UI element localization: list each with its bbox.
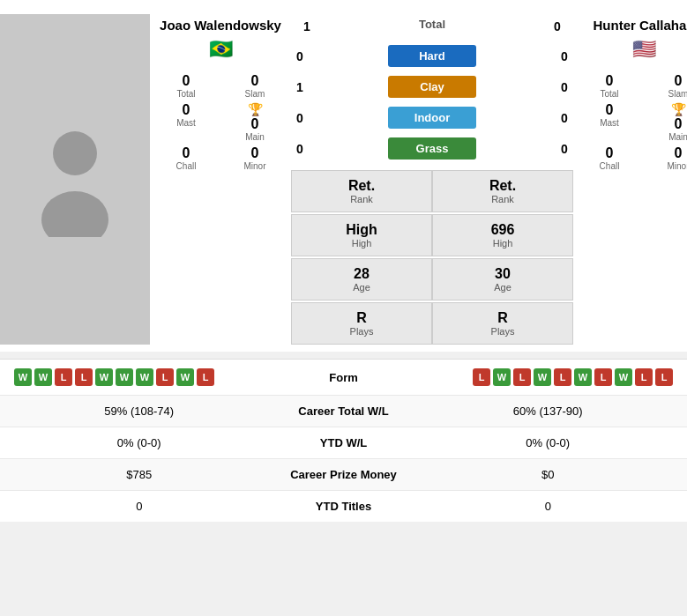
player2-slam-label: Slam [668, 89, 687, 99]
surface-btn-clay: Clay [388, 76, 476, 98]
surface-row-hard: 0 Hard 0 [291, 41, 573, 71]
player1-age-value: 28 [354, 266, 370, 282]
career-stat-left-2: $785 [14, 468, 265, 481]
player2-rank-label: Rank [491, 194, 514, 204]
player2-total-block: 0 Total [580, 73, 638, 99]
player2-mast-block: 0 Mast [580, 102, 638, 142]
player2-rank-box: Ret. Rank [432, 170, 573, 212]
player2-plays-box: R Plays [432, 302, 573, 345]
player2-age-value: 30 [495, 266, 511, 282]
player1-info: Joao Walendowsky 🇧🇷 0 Total 0 Slam 0 Mas… [150, 14, 291, 345]
surface-score-left-0: 0 [291, 49, 309, 63]
player2-minor-value: 0 [675, 145, 683, 161]
player2-total-value: 0 [606, 73, 614, 89]
career-stat-label-1: YTD W/L [265, 436, 423, 449]
player2-form-badge-3: W [534, 368, 551, 386]
player1-form-badge-2: L [55, 368, 72, 386]
player1-minor-label: Minor [243, 161, 265, 171]
svg-point-0 [53, 131, 97, 175]
player2-mast-label: Mast [600, 118, 619, 128]
trophy-icon-left: 🏆 [248, 102, 263, 116]
career-stat-right-0: 60% (137-90) [423, 404, 674, 418]
career-stat-row-0: 59% (108-74) Career Total W/L 60% (137-9… [0, 395, 687, 427]
player1-high-box: High High [291, 214, 432, 256]
player1-slam-block: 0 Slam [226, 73, 284, 99]
surface-rows: 0 Hard 0 1 Clay 0 0 Indoor 0 0 Grass 0 [291, 41, 573, 163]
right-mid-details: Ret. Rank 696 High 30 Age R Plays [432, 170, 573, 345]
player2-trophy-block: 🏆 0 Main [649, 102, 687, 142]
surface-score-right-1: 0 [556, 80, 573, 94]
player1-name: Joao Walendowsky [160, 18, 281, 33]
total-row: 1 Total 0 [291, 14, 573, 41]
player2-age-label: Age [494, 282, 512, 293]
surface-btn-hard: Hard [388, 45, 476, 67]
player2-slam-block: 0 Slam [649, 73, 687, 99]
player1-minor-block: 0 Minor [226, 145, 284, 171]
surface-score-left-2: 0 [291, 111, 309, 125]
player2-form-badge-1: W [493, 368, 511, 386]
center-stats: 1 Total 0 0 Hard 0 1 Clay 0 0 Indoor 0 0… [291, 14, 573, 345]
career-stat-left-3: 0 [14, 500, 265, 513]
surface-score-left-1: 1 [291, 80, 309, 94]
player2-chall-label: Chall [600, 161, 620, 171]
player2-total-label: Total [600, 89, 618, 99]
surface-btn-grass: Grass [388, 137, 476, 160]
career-stat-row-2: $785 Career Prize Money $0 [0, 458, 687, 490]
surface-score-left-3: 0 [291, 142, 309, 156]
player1-form-badges: WWLLWWWLWL [14, 368, 291, 386]
player1-form-badge-1: W [34, 368, 52, 386]
player2-form-badge-5: W [574, 368, 592, 386]
career-stat-left-0: 59% (108-74) [14, 404, 265, 418]
player1-total-value: 0 [183, 73, 190, 89]
surface-row-grass: 0 Grass 0 [291, 134, 573, 163]
form-section: WWLLWWWLWL Form LWLWLWLWLL [0, 359, 687, 395]
surface-row-clay: 1 Clay 0 [291, 72, 573, 101]
player2-chall-value: 0 [606, 145, 614, 161]
player1-stats-grid: 0 Total 0 Slam 0 Mast 🏆 0 Main 0 Chall 0 [157, 73, 284, 171]
mid-details: Ret. Rank High High 28 Age R Plays [291, 170, 573, 345]
player2-high-box: 696 High [432, 214, 573, 256]
player1-form-badge-4: W [95, 368, 113, 386]
player1-main-value: 0 [251, 116, 259, 132]
player1-high-label: High [352, 238, 372, 249]
player1-form-badge-9: L [197, 368, 214, 386]
surface-row-indoor: 0 Indoor 0 [291, 103, 573, 132]
career-stat-right-2: $0 [423, 468, 674, 481]
career-stat-label-0: Career Total W/L [265, 404, 423, 418]
player2-flag: 🇺🇸 [632, 38, 656, 61]
player2-form-badges: LWLWLWLWLL [397, 368, 674, 386]
player2-stats-grid: 0 Total 0 Slam 0 Mast 🏆 0 Main 0 Chall 0 [580, 73, 687, 171]
player1-mast-label: Mast [176, 118, 196, 128]
player1-flag: 🇧🇷 [209, 38, 233, 61]
player2-info: Hunter Callahan 🇺🇸 0 Total 0 Slam 0 Mast… [573, 14, 687, 345]
total-label: Total [419, 18, 445, 31]
player1-minor-value: 0 [251, 145, 259, 161]
player1-total-block: 0 Total [157, 73, 215, 99]
top-section: Joao Walendowsky 🇧🇷 0 Total 0 Slam 0 Mas… [0, 0, 687, 352]
player2-main-label: Main [668, 132, 687, 142]
player1-mast-value: 0 [183, 102, 190, 118]
career-stat-row-1: 0% (0-0) YTD W/L 0% (0-0) [0, 427, 687, 458]
player2-minor-block: 0 Minor [649, 145, 687, 171]
player1-rank-value: Ret. [348, 178, 375, 194]
player1-form-badge-6: W [136, 368, 153, 386]
player1-plays-value: R [356, 310, 367, 326]
player1-age-box: 28 Age [291, 258, 432, 301]
total-score-left: 1 [298, 19, 316, 33]
trophy-icon-right: 🏆 [671, 102, 686, 116]
player2-form-badge-0: L [473, 368, 490, 386]
player1-total-label: Total [176, 89, 195, 99]
career-stat-right-1: 0% (0-0) [423, 436, 674, 449]
career-stat-row-3: 0 YTD Titles 0 [0, 490, 687, 522]
player1-mast-block: 0 Mast [157, 102, 215, 142]
total-score-right: 0 [549, 19, 566, 33]
surface-score-right-0: 0 [556, 49, 573, 63]
player1-chall-label: Chall [176, 161, 197, 171]
player2-form-badge-2: L [513, 368, 531, 386]
player2-form-badge-4: L [554, 368, 571, 386]
player1-form-badge-0: W [14, 368, 32, 386]
surface-score-right-2: 0 [556, 111, 573, 125]
left-mid-details: Ret. Rank High High 28 Age R Plays [291, 170, 432, 345]
player2-high-label: High [493, 238, 513, 249]
player2-main-value: 0 [675, 116, 683, 132]
